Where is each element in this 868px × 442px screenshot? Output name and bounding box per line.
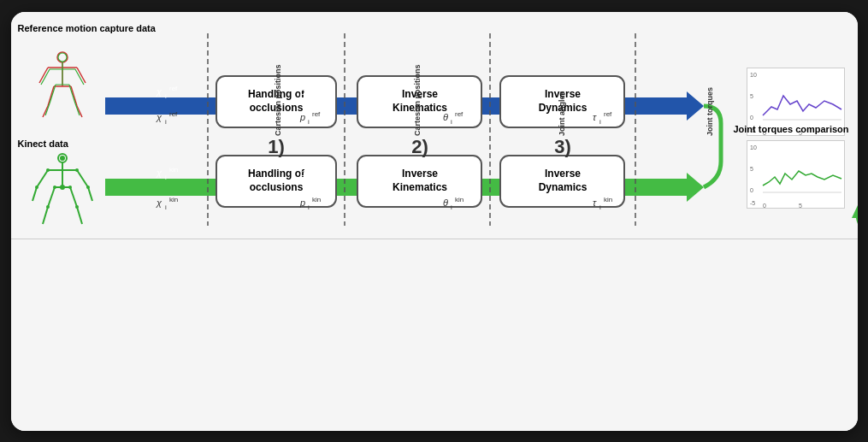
- svg-text:i: i: [599, 203, 601, 211]
- svg-text:p: p: [299, 168, 305, 178]
- svg-text:kin: kin: [604, 166, 612, 174]
- svg-text:kin: kin: [455, 196, 464, 203]
- svg-text:χ: χ: [156, 112, 162, 122]
- svg-text:i: i: [308, 174, 310, 181]
- svg-line-18: [69, 85, 75, 103]
- svg-point-40: [46, 205, 50, 209]
- svg-point-35: [75, 168, 79, 172]
- reference-skeleton: [24, 50, 101, 119]
- svg-text:occlusions: occlusions: [249, 181, 303, 193]
- svg-point-37: [86, 186, 90, 189]
- svg-text:i: i: [599, 92, 601, 100]
- svg-text:i: i: [451, 92, 452, 100]
- svg-point-0: [57, 52, 68, 62]
- svg-text:p: p: [299, 197, 305, 208]
- svg-line-6: [48, 86, 54, 106]
- svg-line-24: [32, 187, 37, 201]
- svg-text:p: p: [299, 86, 305, 97]
- skeleton-svg-ref: [24, 50, 101, 119]
- svg-line-16: [50, 85, 56, 103]
- svg-text:Inverse: Inverse: [401, 168, 437, 180]
- svg-point-41: [75, 205, 79, 209]
- top-diagram: Reference motion capture data: [11, 12, 858, 239]
- svg-text:0: 0: [763, 203, 766, 209]
- svg-line-28: [48, 187, 55, 207]
- svg-line-26: [88, 187, 92, 201]
- svg-text:i: i: [599, 118, 601, 126]
- svg-text:ref: ref: [169, 85, 178, 92]
- svg-text:θ: θ: [443, 168, 448, 178]
- bottom-diagram: Handling of occlusions Inverse Kinematic…: [11, 239, 858, 431]
- svg-text:Joint torques: Joint torques: [706, 86, 714, 135]
- main-container: Reference motion capture data: [11, 12, 858, 431]
- svg-text:ref: ref: [455, 110, 464, 118]
- svg-line-8: [71, 86, 77, 106]
- green-up-arrow: [845, 205, 858, 239]
- svg-text:ref: ref: [604, 85, 612, 92]
- svg-text:χ: χ: [156, 168, 162, 178]
- svg-line-29: [43, 207, 48, 224]
- svg-text:i: i: [451, 174, 452, 181]
- svg-text:kin: kin: [312, 166, 321, 174]
- svg-line-25: [77, 170, 88, 187]
- svg-text:Handling of: Handling of: [248, 168, 305, 180]
- svg-text:0: 0: [750, 115, 753, 121]
- green-arrow-svg: [845, 205, 858, 239]
- kinect-label: Kinect data: [18, 138, 68, 149]
- svg-text:Inverse: Inverse: [544, 168, 580, 180]
- svg-text:p: p: [299, 112, 305, 122]
- svg-text:χ: χ: [156, 197, 162, 208]
- svg-text:5: 5: [799, 203, 802, 209]
- svg-text:2): 2): [411, 136, 428, 157]
- svg-text:θ: θ: [443, 86, 448, 97]
- svg-text:ref: ref: [312, 85, 321, 92]
- svg-text:i: i: [165, 92, 167, 100]
- svg-line-30: [70, 187, 77, 207]
- svg-point-39: [68, 186, 72, 189]
- svg-text:3): 3): [554, 136, 571, 157]
- svg-text:θ: θ: [443, 112, 448, 122]
- svg-marker-43: [687, 91, 704, 121]
- svg-marker-138: [852, 205, 858, 218]
- svg-text:kin: kin: [169, 196, 178, 203]
- svg-text:i: i: [451, 118, 452, 126]
- svg-text:-5: -5: [750, 200, 755, 206]
- svg-text:10: 10: [750, 72, 757, 78]
- svg-point-32: [60, 156, 65, 161]
- svg-text:i: i: [451, 203, 452, 211]
- svg-text:1): 1): [268, 136, 285, 157]
- chart-bottom: 10 5 0 -5 0 5: [747, 140, 845, 209]
- svg-text:10: 10: [750, 144, 757, 150]
- svg-text:i: i: [308, 92, 310, 100]
- svg-text:i: i: [165, 118, 167, 126]
- svg-point-33: [60, 185, 65, 190]
- svg-marker-45: [687, 173, 704, 202]
- svg-point-10: [58, 53, 67, 62]
- svg-point-38: [53, 186, 56, 189]
- svg-text:ref: ref: [312, 110, 321, 118]
- svg-point-34: [46, 168, 50, 172]
- svg-text:5: 5: [750, 93, 753, 99]
- svg-text:ref: ref: [455, 85, 464, 92]
- svg-text:θ: θ: [443, 197, 448, 208]
- svg-point-36: [35, 186, 38, 189]
- svg-text:χ: χ: [156, 86, 162, 97]
- svg-line-31: [77, 207, 82, 224]
- svg-text:i: i: [599, 174, 601, 181]
- skeleton-svg-kin: [24, 151, 101, 233]
- svg-text:Dynamics: Dynamics: [538, 181, 587, 193]
- svg-text:i: i: [165, 174, 167, 181]
- svg-text:kin: kin: [604, 196, 612, 203]
- svg-text:0: 0: [750, 187, 753, 193]
- svg-text:kin: kin: [312, 196, 321, 203]
- svg-text:ref: ref: [604, 110, 612, 118]
- svg-text:i: i: [165, 203, 167, 211]
- svg-text:Kinematics: Kinematics: [392, 181, 446, 193]
- svg-line-23: [37, 170, 48, 187]
- svg-text:Cartesian positions: Cartesian positions: [274, 64, 282, 136]
- svg-text:i: i: [308, 118, 310, 126]
- svg-text:kin: kin: [455, 166, 464, 174]
- svg-text:i: i: [308, 203, 310, 211]
- svg-text:5: 5: [750, 166, 753, 172]
- comparison-label: Joint torques comparison: [733, 123, 848, 136]
